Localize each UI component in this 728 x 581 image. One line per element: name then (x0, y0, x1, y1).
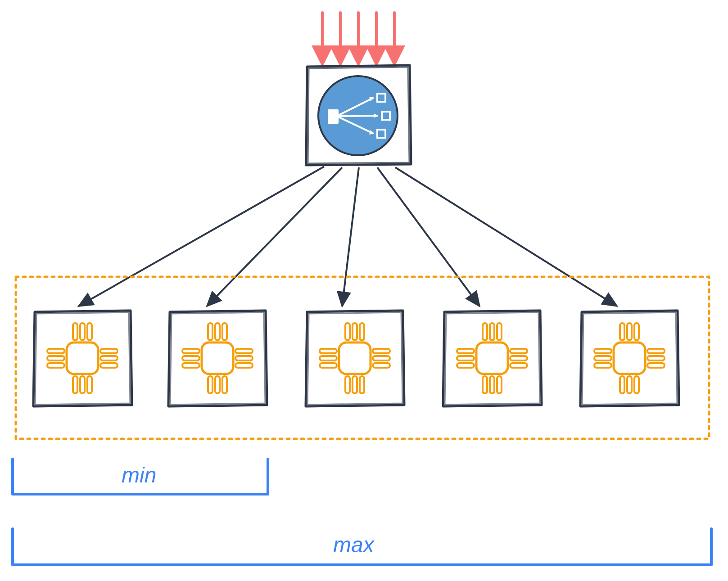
svg-rect-33 (202, 342, 233, 374)
svg-rect-78 (634, 376, 639, 393)
svg-rect-23 (87, 323, 92, 340)
svg-rect-24 (73, 376, 77, 393)
svg-rect-22 (80, 323, 85, 340)
svg-rect-65 (497, 376, 502, 393)
svg-rect-40 (182, 349, 199, 353)
svg-rect-60 (483, 323, 487, 340)
svg-rect-72 (614, 342, 645, 374)
svg-rect-25 (80, 376, 85, 393)
chip-icon (320, 323, 390, 393)
svg-rect-30 (100, 349, 118, 353)
svg-rect-84 (647, 363, 665, 368)
svg-rect-73 (620, 323, 624, 340)
svg-rect-70 (510, 356, 527, 360)
svg-rect-52 (360, 376, 364, 393)
svg-rect-39 (222, 376, 227, 393)
instance-2 (168, 311, 267, 406)
svg-line-16 (207, 167, 342, 306)
svg-line-17 (342, 167, 359, 306)
svg-rect-42 (182, 363, 199, 368)
svg-rect-41 (182, 356, 199, 360)
svg-rect-31 (100, 356, 118, 360)
svg-rect-28 (47, 356, 64, 360)
incoming-requests-arrows (322, 13, 394, 56)
svg-rect-50 (345, 376, 350, 393)
svg-rect-61 (490, 323, 494, 340)
svg-rect-63 (483, 376, 487, 393)
svg-rect-51 (353, 376, 357, 393)
svg-rect-64 (490, 376, 494, 393)
svg-rect-37 (208, 376, 213, 393)
svg-rect-69 (510, 349, 527, 353)
svg-rect-57 (373, 356, 390, 360)
svg-rect-29 (47, 363, 64, 368)
svg-rect-80 (594, 356, 611, 360)
svg-rect-48 (353, 323, 357, 340)
instance-1 (33, 311, 132, 406)
svg-rect-36 (222, 323, 227, 340)
chip-icon (182, 323, 253, 393)
instance-4 (443, 311, 542, 406)
svg-rect-44 (235, 356, 253, 360)
instances-row (33, 311, 679, 406)
svg-rect-81 (594, 363, 611, 368)
svg-rect-66 (457, 349, 474, 353)
diagram-svg (0, 0, 728, 581)
autoscaling-group-border (16, 277, 709, 439)
svg-rect-46 (339, 342, 371, 374)
svg-rect-54 (320, 356, 337, 360)
svg-line-11 (339, 116, 378, 116)
min-label: min (122, 463, 156, 487)
chip-icon (594, 323, 665, 393)
svg-rect-43 (235, 349, 253, 353)
svg-rect-55 (320, 363, 337, 368)
instance-5 (580, 311, 679, 406)
svg-line-15 (79, 167, 324, 306)
svg-rect-20 (67, 342, 98, 374)
chip-icon (47, 323, 118, 393)
svg-rect-67 (457, 356, 474, 360)
chip-icon (457, 323, 527, 393)
distribution-arrows (79, 167, 617, 306)
svg-rect-32 (100, 363, 118, 368)
instance-3 (306, 311, 404, 406)
svg-rect-35 (215, 323, 220, 340)
svg-rect-68 (457, 363, 474, 368)
svg-rect-49 (360, 323, 364, 340)
svg-rect-56 (373, 349, 390, 353)
svg-rect-62 (497, 323, 502, 340)
svg-rect-26 (87, 376, 92, 393)
svg-rect-21 (73, 323, 77, 340)
svg-rect-5 (328, 109, 339, 124)
svg-rect-45 (235, 363, 253, 368)
svg-rect-82 (647, 349, 665, 353)
load-balancer-box (306, 65, 411, 165)
svg-rect-71 (510, 363, 527, 368)
svg-rect-74 (627, 323, 632, 340)
svg-rect-47 (345, 323, 350, 340)
svg-rect-77 (627, 376, 632, 393)
svg-rect-38 (215, 376, 220, 393)
svg-rect-34 (208, 323, 213, 340)
svg-rect-59 (476, 342, 508, 374)
max-label: max (333, 532, 374, 557)
svg-rect-79 (594, 349, 611, 353)
svg-rect-83 (647, 356, 665, 360)
svg-rect-75 (634, 323, 639, 340)
svg-rect-76 (620, 376, 624, 393)
diagram-container: min max (0, 0, 728, 581)
svg-rect-27 (47, 349, 64, 353)
svg-rect-58 (373, 363, 390, 368)
svg-rect-53 (320, 349, 337, 353)
